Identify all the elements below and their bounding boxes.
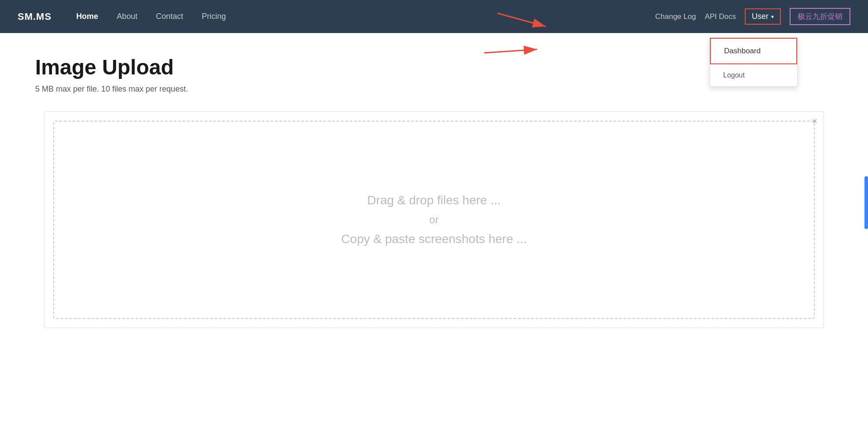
chevron-down-icon: ▾ — [771, 14, 774, 20]
dropzone-text-1: Drag & drop files here ... — [367, 193, 500, 207]
dropzone-or: or — [429, 214, 438, 226]
nav-home[interactable]: Home — [69, 8, 105, 25]
nav-contact[interactable]: Contact — [149, 8, 190, 25]
dropzone-text-2: Copy & paste screenshots here ... — [341, 232, 527, 246]
user-dropdown-menu: Dashboard Logout — [710, 37, 798, 87]
nav-apidocs[interactable]: API Docs — [705, 12, 736, 21]
navbar: SM.MS Home About Contact Pricing Change … — [0, 0, 868, 33]
nav-links: Home About Contact Pricing — [69, 8, 655, 25]
user-button-label: User — [752, 12, 769, 21]
nav-about[interactable]: About — [110, 8, 144, 25]
nav-changelog[interactable]: Change Log — [655, 12, 696, 21]
user-dropdown-button[interactable]: User ▾ — [745, 8, 781, 25]
dropdown-dashboard[interactable]: Dashboard — [710, 38, 797, 64]
scrollbar-indicator[interactable] — [864, 176, 868, 229]
upload-container: × Drag & drop files here ... or Copy & p… — [44, 111, 824, 328]
dropzone[interactable]: Drag & drop files here ... or Copy & pas… — [53, 121, 815, 319]
brand-logo[interactable]: SM.MS — [18, 11, 51, 22]
close-button[interactable]: × — [812, 116, 817, 126]
promo-button[interactable]: 极云九折促销 — [790, 8, 850, 25]
nav-pricing[interactable]: Pricing — [195, 8, 233, 25]
navbar-right: Change Log API Docs User ▾ 极云九折促销 — [655, 8, 850, 25]
dropdown-logout[interactable]: Logout — [710, 64, 797, 86]
